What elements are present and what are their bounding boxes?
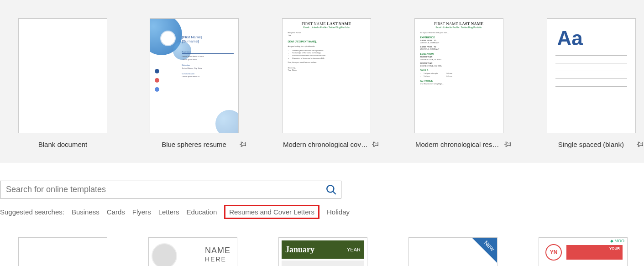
online-templates-row: NAME HERE January YEAR New ◆ MOO YN YOUR xyxy=(0,237,644,266)
placeholder-text: FIRST NAME xyxy=(302,21,326,26)
search-icon[interactable] xyxy=(325,184,337,196)
template-thumbnail[interactable]: January YEAR xyxy=(278,237,367,266)
svg-point-0 xyxy=(327,185,334,192)
suggested-label: Suggested searches: xyxy=(0,208,64,216)
template-thumbnail[interactable] xyxy=(18,237,107,266)
template-thumbnail: FIRST NAME LAST NAME Email · LinkedIn Pr… xyxy=(282,18,371,133)
suggested-link-resumes-cover-letters[interactable]: Resumes and Cover Letters xyxy=(224,205,319,219)
template-label: Blue spheres resume xyxy=(162,141,226,148)
placeholder-text: LAST NAME xyxy=(327,21,351,26)
template-thumbnail xyxy=(18,18,107,133)
suggested-link-business[interactable]: Business xyxy=(72,208,99,216)
template-label: Single spaced (blank) xyxy=(558,141,624,148)
placeholder-text: LAST NAME xyxy=(459,21,483,26)
moo-logo: ◆ MOO xyxy=(610,239,624,243)
template-label: Modern chronological cover... xyxy=(283,141,370,148)
template-blank-document[interactable]: Blank document xyxy=(18,18,107,148)
section-header: EXPERIENCE xyxy=(420,36,497,39)
pin-icon[interactable] xyxy=(372,141,379,148)
svg-line-1 xyxy=(333,191,336,194)
template-thumbnail[interactable]: ◆ MOO YN YOUR xyxy=(539,237,628,266)
calendar-month: January xyxy=(285,245,314,255)
template-thumbnail: [First Name] [Surname] Experience Lorem … xyxy=(150,18,239,133)
yn-avatar: YN xyxy=(545,244,562,261)
placeholder-text: [First Name] xyxy=(182,35,202,39)
pin-icon[interactable] xyxy=(239,141,246,148)
template-label: Blank document xyxy=(38,141,88,148)
template-single-spaced-blank[interactable]: Aa Single spaced (blank) xyxy=(545,18,637,148)
template-thumbnail: FIRST NAME LAST NAME Email · LinkedIn Pr… xyxy=(414,18,503,133)
placeholder-text: [Surname] xyxy=(182,39,202,43)
template-thumbnail: Aa xyxy=(547,18,636,133)
featured-templates-section: Blank document [First Name] [Surname] Ex… xyxy=(0,0,644,162)
placeholder-text: YOUR xyxy=(566,245,623,252)
search-box[interactable] xyxy=(0,181,341,198)
section-header: EDUCATION xyxy=(420,52,497,56)
pin-icon[interactable] xyxy=(636,141,644,148)
suggested-searches: Suggested searches: Business Cards Flyer… xyxy=(0,205,644,219)
templates-row: Blank document [First Name] [Surname] Ex… xyxy=(18,18,626,148)
placeholder-text: HERE xyxy=(205,256,230,263)
template-blue-spheres-resume[interactable]: [First Name] [Surname] Experience Lorem … xyxy=(148,18,240,148)
suggested-link-education[interactable]: Education xyxy=(187,208,217,216)
template-label: Modern chronological resume xyxy=(415,141,502,148)
placeholder-text: NAME xyxy=(205,246,230,255)
template-modern-cover-letter[interactable]: FIRST NAME LAST NAME Email · LinkedIn Pr… xyxy=(281,18,372,148)
aa-glyph: Aa xyxy=(557,27,583,50)
calendar-year: YEAR xyxy=(347,247,361,252)
template-modern-resume[interactable]: FIRST NAME LAST NAME Email · LinkedIn Pr… xyxy=(413,18,504,148)
template-thumbnail[interactable]: NAME HERE xyxy=(148,237,237,266)
search-section: Suggested searches: Business Cards Flyer… xyxy=(0,162,644,266)
suggested-link-holiday[interactable]: Holiday xyxy=(327,208,350,216)
pin-icon[interactable] xyxy=(504,141,511,148)
suggested-link-cards[interactable]: Cards xyxy=(107,208,125,216)
section-header: SKILLS xyxy=(420,69,497,72)
suggested-link-flyers[interactable]: Flyers xyxy=(132,208,151,216)
section-header: ACTIVITIES xyxy=(420,79,497,83)
search-input[interactable] xyxy=(4,183,325,196)
suggested-link-letters[interactable]: Letters xyxy=(158,208,179,216)
template-thumbnail[interactable]: New xyxy=(408,237,497,266)
placeholder-text: FIRST NAME xyxy=(434,21,458,26)
